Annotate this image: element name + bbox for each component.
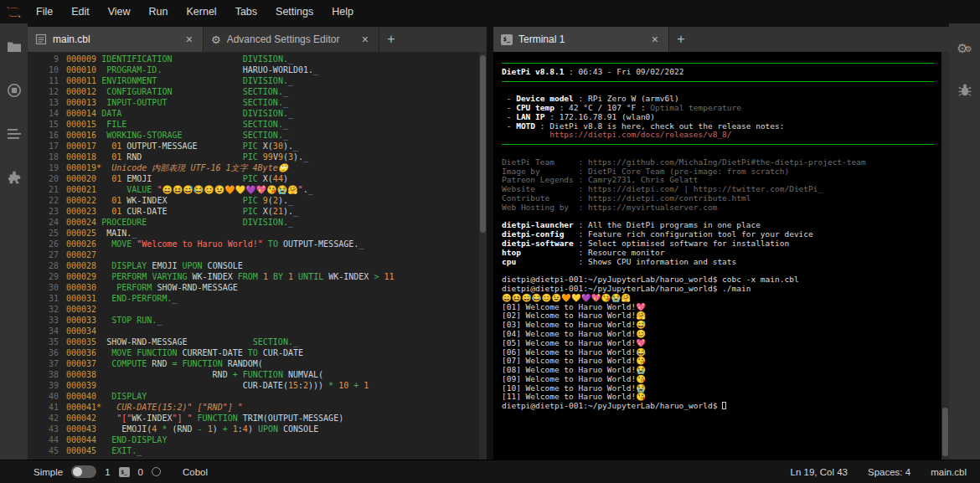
- code-line: 000011 ENVIRONMENT DIVISION._: [66, 75, 487, 86]
- editor-code: 000009 IDENTIFICATION DIVISION._000010 P…: [66, 54, 487, 460]
- code-line: 000043 EMOJI(4 * (RND - 1) + 1:4) UPON C…: [66, 424, 487, 434]
- code-line: 000038 RND + FUNCTION NUMVAL(: [66, 369, 487, 380]
- line-number: 10: [28, 64, 59, 75]
- line-number: 38: [28, 369, 59, 380]
- code-line: 000039 CUR-DATE(15:2))) * 10 + 1: [66, 380, 487, 391]
- scrollbar-thumb[interactable]: [480, 55, 486, 233]
- line-number: 42: [28, 413, 59, 424]
- menubar-items: FileEditViewRunKernelTabsSettingsHelp: [27, 0, 363, 23]
- code-line: 000034: [66, 326, 487, 337]
- jupyter-logo-icon: [0, 3, 27, 21]
- code-editor[interactable]: 9101112131415161718192021222324252627282…: [28, 52, 487, 460]
- line-number: 13: [28, 97, 59, 108]
- cursor-position[interactable]: Ln 19, Col 43: [791, 467, 848, 477]
- property-inspector-icon[interactable]: ⚙⚙: [955, 39, 975, 59]
- code-line: 000009 IDENTIFICATION DIVISION._: [66, 54, 487, 64]
- line-number: 15: [28, 119, 59, 130]
- menu-item-tabs[interactable]: Tabs: [226, 0, 266, 23]
- menu-item-help[interactable]: Help: [322, 0, 363, 23]
- line-number: 27: [28, 249, 59, 260]
- statusbar-left: Simple 1 $_ 0 Cobol: [34, 465, 208, 478]
- status-bar: Simple 1 $_ 0 Cobol Ln 19, Col 43 Spaces…: [0, 460, 980, 483]
- line-number: 32: [28, 304, 59, 315]
- code-line: 000027: [66, 249, 487, 260]
- editor-scrollbar[interactable]: [479, 52, 487, 460]
- tab-main-cbl[interactable]: main.cbl×: [28, 27, 204, 52]
- close-icon[interactable]: ×: [649, 33, 661, 45]
- running-sessions-icon[interactable]: [4, 80, 24, 100]
- line-number: 44: [28, 434, 59, 445]
- main-area: main.cbl×⚙Advanced Settings Editor×+ 910…: [0, 23, 980, 460]
- code-line: 000019* Unicode 内部表現 UTF-16 1文字 4Byte🙄: [66, 162, 487, 173]
- code-line: 000029 PERFORM VARYING WK-INDEX FROM 1 B…: [66, 271, 487, 282]
- language-indicator[interactable]: Cobol: [183, 467, 208, 477]
- terminal-separator: [502, 140, 941, 149]
- line-number: 12: [28, 86, 59, 97]
- code-line: 000017 01 OUTPUT-MESSAGE PIC X(30)._: [66, 141, 487, 152]
- menu-item-run[interactable]: Run: [140, 0, 178, 23]
- code-line: 000030 PERFORM SHOW-RND-MESSAGE: [66, 282, 487, 293]
- right-sidebar: ⚙⚙: [949, 23, 980, 460]
- toggle-knob: [73, 467, 82, 476]
- code-line: 000025 MAIN._: [66, 228, 487, 239]
- file-icon: [35, 33, 47, 45]
- menu-item-settings[interactable]: Settings: [266, 0, 322, 23]
- jupyterlab-window: FileEditViewRunKernelTabsSettingsHelp ma…: [0, 0, 980, 483]
- line-number: 20: [28, 173, 59, 184]
- debugger-icon[interactable]: [955, 80, 975, 100]
- line-number: 31: [28, 293, 59, 304]
- terminal-scrollbar[interactable]: [941, 52, 949, 460]
- line-number: 11: [28, 75, 59, 86]
- terminal-icon: $_: [501, 34, 513, 45]
- terminal-status-icon[interactable]: $_: [119, 467, 130, 477]
- indent-indicator[interactable]: Spaces: 4: [868, 467, 910, 477]
- line-number: 37: [28, 358, 59, 369]
- code-line: 000020 01 EMOJI PIC X(44): [66, 173, 487, 184]
- scrollbar-thumb[interactable]: [942, 408, 948, 456]
- close-icon[interactable]: ×: [183, 33, 195, 45]
- menu-item-file[interactable]: File: [27, 0, 62, 23]
- dock-panel: main.cbl×⚙Advanced Settings Editor×+ 910…: [28, 23, 949, 460]
- terminals-count: 1: [105, 467, 110, 477]
- editor-panel: main.cbl×⚙Advanced Settings Editor×+ 910…: [28, 27, 487, 460]
- line-number: 14: [28, 108, 59, 119]
- code-line: 000036 MOVE FUNCTION CURRENT-DATE TO CUR…: [66, 347, 487, 358]
- line-number: 40: [28, 391, 59, 402]
- line-number: 26: [28, 239, 59, 249]
- line-number: 17: [28, 141, 59, 152]
- code-line: 000016 WORKING-STORAGE SECTION._: [66, 130, 487, 141]
- table-of-contents-icon[interactable]: [4, 124, 24, 144]
- terminal-cursor: [722, 402, 726, 409]
- line-number: 29: [28, 271, 59, 282]
- code-line: 000044 END-DISPLAY: [66, 434, 487, 445]
- statusbar-right: Ln 19, Col 43 Spaces: 4 main.cbl: [791, 467, 980, 477]
- code-line: 000024 PROCEDURE DIVISION._: [66, 217, 487, 228]
- menubar: FileEditViewRunKernelTabsSettingsHelp: [0, 0, 980, 23]
- line-number: 21: [28, 184, 59, 195]
- line-number: 22: [28, 195, 59, 206]
- code-line: 000010 PROGRAM-ID. HARUO-WORLD01._: [66, 64, 487, 75]
- editor-tabbar: main.cbl×⚙Advanced Settings Editor×+: [28, 27, 487, 52]
- terminal-panel: $_Terminal 1×+ DietPi v8.8.1 : 06:43 - F…: [493, 27, 949, 460]
- simple-mode-toggle[interactable]: [71, 465, 96, 478]
- extensions-icon[interactable]: [4, 167, 24, 188]
- tab-advanced-settings-editor[interactable]: ⚙Advanced Settings Editor×: [204, 27, 379, 52]
- close-icon[interactable]: ×: [359, 33, 371, 45]
- line-number: 28: [28, 260, 59, 271]
- add-tab-button[interactable]: +: [669, 27, 693, 52]
- menu-item-edit[interactable]: Edit: [62, 0, 99, 23]
- terminal-output[interactable]: DietPi v8.8.1 : 06:43 - Fri 09/02/2022 -…: [493, 52, 949, 460]
- code-line: 000032: [66, 304, 487, 315]
- line-number: 36: [28, 347, 59, 358]
- menu-item-view[interactable]: View: [99, 0, 140, 23]
- line-number: 23: [28, 206, 59, 217]
- files-icon[interactable]: [4, 37, 24, 57]
- kernel-status-icon[interactable]: [152, 467, 161, 476]
- tab-terminal-1[interactable]: $_Terminal 1×: [493, 27, 669, 52]
- line-number: 25: [28, 228, 59, 239]
- menu-item-kernel[interactable]: Kernel: [178, 0, 226, 23]
- terminal-tabbar: $_Terminal 1×+: [493, 27, 949, 52]
- add-tab-button[interactable]: +: [379, 27, 403, 52]
- kernels-count: 0: [138, 467, 143, 477]
- line-number: 9: [28, 54, 59, 64]
